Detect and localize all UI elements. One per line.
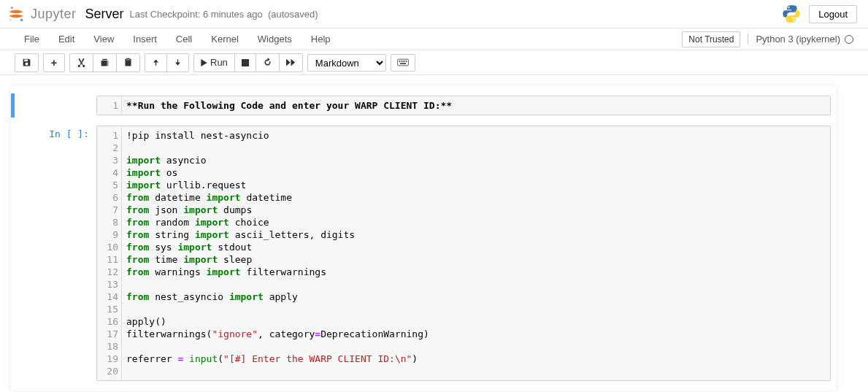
menu-help[interactable]: Help: [302, 29, 340, 49]
jupyter-word[interactable]: Jupyter: [31, 7, 77, 22]
menu-cell[interactable]: Cell: [166, 29, 201, 49]
logo-group: Jupyter: [6, 4, 77, 24]
copy-button[interactable]: [93, 54, 117, 72]
cell-input-area[interactable]: 1234567891011121314151617181920 !pip ins…: [96, 126, 831, 381]
header: Jupyter Server Last Checkpoint: 6 minute…: [0, 0, 868, 28]
svg-point-0: [11, 7, 13, 9]
trust-indicator[interactable]: Not Trusted: [682, 31, 740, 47]
restart-button[interactable]: [256, 54, 280, 72]
svg-rect-3: [242, 59, 249, 66]
svg-point-2: [9, 19, 12, 21]
move-up-button[interactable]: [145, 54, 167, 72]
line-gutter: 1234567891011121314151617181920: [97, 126, 122, 380]
command-palette-button[interactable]: [391, 54, 415, 72]
svg-rect-9: [406, 61, 407, 62]
markdown-source[interactable]: **Run the Following Code and enter your …: [122, 96, 830, 115]
menubar: FileEditViewInsertCellKernelWidgetsHelp …: [0, 28, 868, 50]
svg-rect-5: [399, 61, 400, 62]
interrupt-button[interactable]: [235, 54, 256, 72]
cell-prompt: In [ ]:: [16, 126, 96, 381]
kernel-name[interactable]: Python 3 (ipykernel): [748, 34, 840, 45]
line-gutter: 1: [97, 96, 122, 115]
code-cell[interactable]: In [ ]: 1234567891011121314151617181920 …: [11, 123, 836, 383]
jupyter-logo-icon: [6, 4, 26, 24]
markdown-cell[interactable]: 1 **Run the Following Code and enter you…: [11, 93, 836, 118]
svg-rect-8: [404, 61, 405, 62]
cell-input-area[interactable]: 1 **Run the Following Code and enter you…: [96, 96, 831, 115]
python-logo-icon: [781, 4, 809, 24]
move-down-button[interactable]: [167, 54, 188, 72]
svg-rect-10: [400, 63, 406, 64]
menu-view[interactable]: View: [84, 29, 123, 49]
logout-button[interactable]: Logout: [809, 5, 857, 23]
save-button[interactable]: [15, 54, 38, 72]
menu-insert[interactable]: Insert: [123, 29, 166, 49]
menu-widgets[interactable]: Widgets: [248, 29, 302, 49]
checkpoint-status: Last Checkpoint: 6 minutes ago (autosave…: [130, 9, 318, 20]
paste-button[interactable]: [117, 54, 139, 72]
cell-prompt: [16, 96, 96, 115]
svg-rect-6: [401, 61, 402, 62]
svg-rect-7: [402, 61, 404, 62]
svg-point-1: [20, 18, 23, 21]
svg-rect-4: [397, 59, 408, 66]
notebook-name[interactable]: Server: [85, 7, 124, 22]
code-source[interactable]: !pip install nest-asyncio import asyncio…: [122, 126, 830, 380]
notebook-area: 1 **Run the Following Code and enter you…: [0, 75, 868, 392]
menu-edit[interactable]: Edit: [49, 29, 84, 49]
notebook-container: 1 **Run the Following Code and enter you…: [11, 86, 836, 391]
toolbar: + Run Markdow: [0, 50, 868, 75]
cut-button[interactable]: [70, 54, 93, 72]
run-button[interactable]: Run: [194, 54, 235, 72]
insert-cell-button[interactable]: +: [44, 54, 64, 72]
cell-type-select[interactable]: Markdown: [307, 54, 386, 72]
menu-file[interactable]: File: [15, 29, 49, 49]
menu-kernel[interactable]: Kernel: [201, 29, 248, 49]
restart-run-all-button[interactable]: [280, 54, 302, 72]
kernel-indicator-icon: [845, 35, 853, 44]
